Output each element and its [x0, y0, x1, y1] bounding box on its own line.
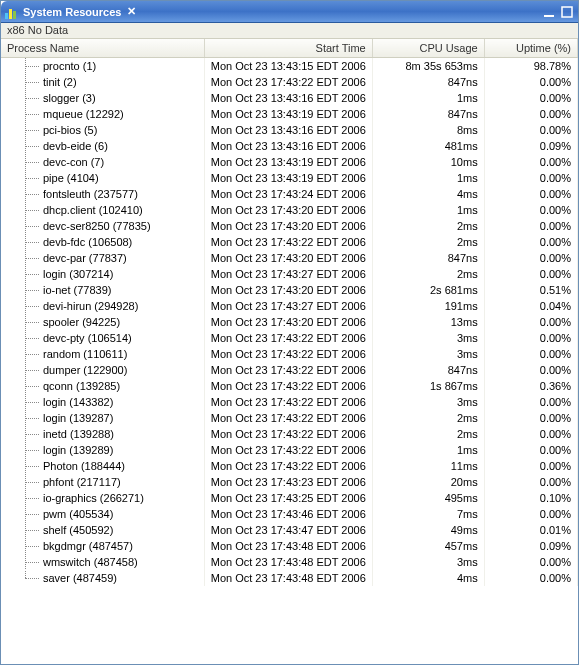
process-label: qconn (139285) — [43, 380, 120, 392]
table-row[interactable]: login (143382)Mon Oct 23 17:43:22 EDT 20… — [1, 394, 578, 410]
table-row[interactable]: devc-pty (106514)Mon Oct 23 17:43:22 EDT… — [1, 330, 578, 346]
table-row[interactable]: devi-hirun (294928)Mon Oct 23 17:43:27 E… — [1, 298, 578, 314]
col-uptime[interactable]: Uptime (%) — [484, 39, 577, 58]
table-row[interactable]: pwm (405534)Mon Oct 23 17:43:46 EDT 2006… — [1, 506, 578, 522]
table-row[interactable]: devc-con (7)Mon Oct 23 13:43:19 EDT 2006… — [1, 154, 578, 170]
tree-branch-icon — [7, 571, 43, 585]
table-container[interactable]: Process Name Start Time CPU Usage Uptime… — [1, 39, 578, 664]
tree-branch-icon — [7, 171, 43, 185]
tree-branch-icon — [7, 155, 43, 169]
close-icon[interactable]: ✕ — [127, 5, 136, 18]
table-row[interactable]: login (139287)Mon Oct 23 17:43:22 EDT 20… — [1, 410, 578, 426]
table-row[interactable]: tinit (2)Mon Oct 23 17:43:22 EDT 2006847… — [1, 74, 578, 90]
table-row[interactable]: dhcp.client (102410)Mon Oct 23 17:43:20 … — [1, 202, 578, 218]
process-label: login (143382) — [43, 396, 113, 408]
tree-branch-icon — [7, 91, 43, 105]
cell-uptime: 0.00% — [484, 554, 577, 570]
process-label: login (139289) — [43, 444, 113, 456]
process-label: Photon (188444) — [43, 460, 125, 472]
cell-uptime: 0.00% — [484, 442, 577, 458]
tree-branch-icon — [7, 283, 43, 297]
cell-uptime: 0.00% — [484, 346, 577, 362]
cell-process-name: io-net (77839) — [1, 282, 204, 298]
process-label: login (307214) — [43, 268, 113, 280]
tree-branch-icon — [7, 107, 43, 121]
cell-start-time: Mon Oct 23 13:43:19 EDT 2006 — [204, 154, 372, 170]
process-label: devb-fdc (106508) — [43, 236, 132, 248]
table-row[interactable]: bkgdmgr (487457)Mon Oct 23 17:43:48 EDT … — [1, 538, 578, 554]
cell-process-name: qconn (139285) — [1, 378, 204, 394]
cell-process-name: dumper (122900) — [1, 362, 204, 378]
cell-process-name: shelf (450592) — [1, 522, 204, 538]
table-row[interactable]: fontsleuth (237577)Mon Oct 23 17:43:24 E… — [1, 186, 578, 202]
table-row[interactable]: shelf (450592)Mon Oct 23 17:43:47 EDT 20… — [1, 522, 578, 538]
titlebar[interactable]: System Resources ✕ — [1, 1, 578, 23]
maximize-icon[interactable] — [560, 5, 574, 19]
cell-process-name: devb-fdc (106508) — [1, 234, 204, 250]
cell-start-time: Mon Oct 23 17:43:20 EDT 2006 — [204, 314, 372, 330]
cell-uptime: 0.00% — [484, 106, 577, 122]
table-row[interactable]: spooler (94225)Mon Oct 23 17:43:20 EDT 2… — [1, 314, 578, 330]
cell-start-time: Mon Oct 23 17:43:22 EDT 2006 — [204, 394, 372, 410]
cell-cpu-usage: 7ms — [372, 506, 484, 522]
process-label: inetd (139288) — [43, 428, 114, 440]
table-row[interactable]: phfont (217117)Mon Oct 23 17:43:23 EDT 2… — [1, 474, 578, 490]
process-label: devc-par (77837) — [43, 252, 127, 264]
table-row[interactable]: saver (487459)Mon Oct 23 17:43:48 EDT 20… — [1, 570, 578, 586]
cell-uptime: 98.78% — [484, 58, 577, 75]
cell-uptime: 0.00% — [484, 570, 577, 586]
cell-process-name: devb-eide (6) — [1, 138, 204, 154]
cell-start-time: Mon Oct 23 13:43:19 EDT 2006 — [204, 170, 372, 186]
cell-cpu-usage: 2ms — [372, 234, 484, 250]
col-cpu-usage[interactable]: CPU Usage — [372, 39, 484, 58]
cell-process-name: Photon (188444) — [1, 458, 204, 474]
cell-start-time: Mon Oct 23 17:43:46 EDT 2006 — [204, 506, 372, 522]
cell-process-name: login (307214) — [1, 266, 204, 282]
col-start-time[interactable]: Start Time — [204, 39, 372, 58]
table-row[interactable]: pci-bios (5)Mon Oct 23 13:43:16 EDT 2006… — [1, 122, 578, 138]
table-row[interactable]: Photon (188444)Mon Oct 23 17:43:22 EDT 2… — [1, 458, 578, 474]
process-label: devc-pty (106514) — [43, 332, 132, 344]
table-row[interactable]: procnto (1)Mon Oct 23 13:43:15 EDT 20068… — [1, 58, 578, 75]
process-label: pci-bios (5) — [43, 124, 97, 136]
table-row[interactable]: inetd (139288)Mon Oct 23 17:43:22 EDT 20… — [1, 426, 578, 442]
process-label: io-graphics (266271) — [43, 492, 144, 504]
process-label: wmswitch (487458) — [43, 556, 138, 568]
cell-cpu-usage: 1s 867ms — [372, 378, 484, 394]
cell-uptime: 0.00% — [484, 122, 577, 138]
table-row[interactable]: qconn (139285)Mon Oct 23 17:43:22 EDT 20… — [1, 378, 578, 394]
process-label: random (110611) — [43, 348, 127, 360]
cell-uptime: 0.09% — [484, 538, 577, 554]
tree-branch-icon — [7, 363, 43, 377]
table-row[interactable]: dumper (122900)Mon Oct 23 17:43:22 EDT 2… — [1, 362, 578, 378]
tree-branch-icon — [7, 539, 43, 553]
tree-branch-icon — [7, 235, 43, 249]
cell-start-time: Mon Oct 23 17:43:22 EDT 2006 — [204, 426, 372, 442]
table-row[interactable]: devc-par (77837)Mon Oct 23 17:43:20 EDT … — [1, 250, 578, 266]
table-row[interactable]: io-net (77839)Mon Oct 23 17:43:20 EDT 20… — [1, 282, 578, 298]
table-row[interactable]: slogger (3)Mon Oct 23 13:43:16 EDT 20061… — [1, 90, 578, 106]
minimize-icon[interactable] — [542, 5, 556, 19]
table-row[interactable]: mqueue (12292)Mon Oct 23 13:43:19 EDT 20… — [1, 106, 578, 122]
cell-start-time: Mon Oct 23 17:43:20 EDT 2006 — [204, 282, 372, 298]
table-row[interactable]: devc-ser8250 (77835)Mon Oct 23 17:43:20 … — [1, 218, 578, 234]
cell-start-time: Mon Oct 23 17:43:22 EDT 2006 — [204, 234, 372, 250]
table-row[interactable]: random (110611)Mon Oct 23 17:43:22 EDT 2… — [1, 346, 578, 362]
cell-uptime: 0.00% — [484, 234, 577, 250]
table-row[interactable]: login (139289)Mon Oct 23 17:43:22 EDT 20… — [1, 442, 578, 458]
table-row[interactable]: login (307214)Mon Oct 23 17:43:27 EDT 20… — [1, 266, 578, 282]
table-row[interactable]: io-graphics (266271)Mon Oct 23 17:43:25 … — [1, 490, 578, 506]
col-process-name[interactable]: Process Name — [1, 39, 204, 58]
header-row: Process Name Start Time CPU Usage Uptime… — [1, 39, 578, 58]
cell-uptime: 0.00% — [484, 218, 577, 234]
table-row[interactable]: devb-fdc (106508)Mon Oct 23 17:43:22 EDT… — [1, 234, 578, 250]
cell-process-name: pipe (4104) — [1, 170, 204, 186]
table-row[interactable]: devb-eide (6)Mon Oct 23 13:43:16 EDT 200… — [1, 138, 578, 154]
table-row[interactable]: wmswitch (487458)Mon Oct 23 17:43:48 EDT… — [1, 554, 578, 570]
table-row[interactable]: pipe (4104)Mon Oct 23 13:43:19 EDT 20061… — [1, 170, 578, 186]
cell-start-time: Mon Oct 23 17:43:22 EDT 2006 — [204, 458, 372, 474]
cell-cpu-usage: 20ms — [372, 474, 484, 490]
cell-start-time: Mon Oct 23 17:43:22 EDT 2006 — [204, 378, 372, 394]
tree-branch-icon — [7, 347, 43, 361]
cell-cpu-usage: 8ms — [372, 122, 484, 138]
